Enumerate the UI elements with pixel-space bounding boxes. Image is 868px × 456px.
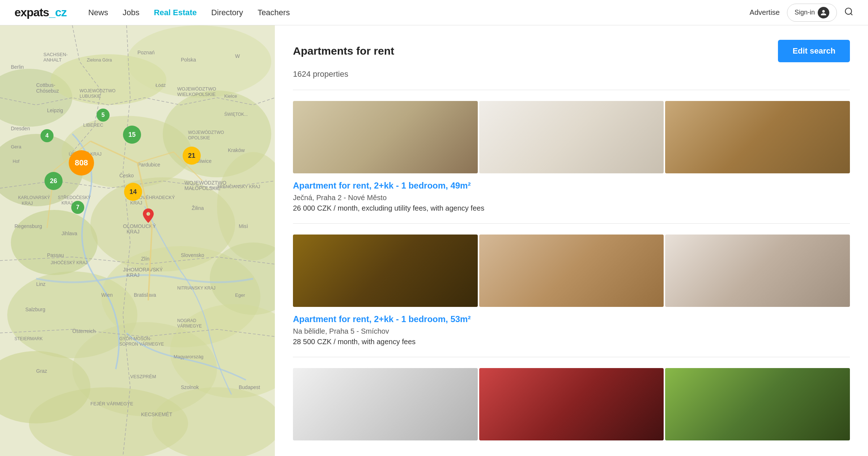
svg-text:KRAJ: KRAJ <box>61 200 73 206</box>
svg-text:W: W <box>235 53 240 59</box>
user-icon <box>818 7 829 18</box>
divider-2 <box>293 223 850 224</box>
logo[interactable]: expats_cz <box>14 6 67 19</box>
svg-text:OPOLSKIE: OPOLSKIE <box>188 135 210 140</box>
svg-text:STŘEDOČESKÝ: STŘEDOČESKÝ <box>58 195 91 200</box>
listing-image-1-2 <box>479 101 664 173</box>
svg-text:Žilina: Žilina <box>192 205 204 211</box>
main-nav: News Jobs Real Estate Directory Teachers <box>88 8 750 17</box>
svg-text:MAŁOPOLSKIE: MAŁOPOLSKIE <box>184 185 221 191</box>
listing-card-1: Apartment for rent, 2+kk - 1 bedroom, 49… <box>293 101 850 212</box>
listing-images-1 <box>293 101 850 173</box>
svg-point-9 <box>11 210 98 275</box>
svg-text:Gliwice: Gliwice <box>195 158 212 164</box>
svg-text:WIELKOPOLSKIE: WIELKOPOLSKIE <box>177 92 216 97</box>
listing-image-1-1 <box>293 101 478 173</box>
svg-text:KECSKEMÉT: KECSKEMÉT <box>141 411 173 417</box>
svg-text:VESZPRÉM: VESZPRÉM <box>130 374 156 379</box>
listing-location-2: Na bělidle, Praha 5 - Smíchov <box>293 327 850 335</box>
svg-text:Dresden: Dresden <box>11 126 30 131</box>
listing-title-1[interactable]: Apartment for rent, 2+kk - 1 bedroom, 49… <box>293 181 850 191</box>
listing-image-1-3 <box>665 101 850 173</box>
signin-button[interactable]: Sign-in <box>787 4 837 22</box>
nav-teachers[interactable]: Teachers <box>258 8 290 17</box>
nav-directory[interactable]: Directory <box>211 8 243 17</box>
svg-text:NOGRAD: NOGRAD <box>177 318 196 323</box>
nav-jobs[interactable]: Jobs <box>123 8 139 17</box>
svg-text:Passau: Passau <box>47 252 64 258</box>
listing-location-1: Ječná, Praha 2 - Nové Město <box>293 194 850 202</box>
logo-accent: _cz <box>49 6 67 19</box>
svg-text:Polska: Polska <box>181 57 196 63</box>
svg-text:KRAJ: KRAJ <box>22 201 33 206</box>
listing-title-2[interactable]: Apartment for rent, 2+kk - 1 bedroom, 53… <box>293 314 850 324</box>
advertise-link[interactable]: Advertise <box>750 8 780 17</box>
listings-header: Apartments for rent Edit search <box>293 40 850 62</box>
listing-price-1: 26 000 CZK / month, excluding utility fe… <box>293 204 850 212</box>
listing-image-2-3 <box>665 235 850 307</box>
listings-title: Apartments for rent <box>293 45 394 57</box>
svg-text:Łódź: Łódź <box>156 83 166 88</box>
header: expats_cz News Jobs Real Estate Director… <box>0 0 868 25</box>
svg-text:Magyarország: Magyarország <box>174 354 203 359</box>
svg-text:Salzburg: Salzburg <box>25 307 45 312</box>
svg-text:Česko: Česko <box>119 173 134 178</box>
svg-text:Chósebuz: Chósebuz <box>36 88 59 94</box>
svg-text:Bratislava: Bratislava <box>134 292 156 298</box>
listing-card-2: Apartment for rent, 2+kk - 1 bedroom, 53… <box>293 235 850 346</box>
svg-text:Eger: Eger <box>235 292 245 298</box>
listing-image-3-3 <box>665 368 850 440</box>
listing-images-3 <box>293 368 850 440</box>
svg-text:Österreich: Österreich <box>72 328 96 334</box>
nav-real-estate[interactable]: Real Estate <box>154 8 197 17</box>
svg-text:Gera: Gera <box>11 144 22 149</box>
svg-text:Hof: Hof <box>13 159 20 164</box>
svg-text:Slovensko: Slovensko <box>181 252 204 258</box>
svg-text:Wien: Wien <box>101 292 113 298</box>
divider-1 <box>293 90 850 90</box>
svg-text:WOJEWÓDZTWO: WOJEWÓDZTWO <box>177 86 216 92</box>
svg-text:Graz: Graz <box>36 368 47 374</box>
listing-image-3-2 <box>479 368 664 440</box>
listing-price-2: 28 500 CZK / month, with agency fees <box>293 338 850 346</box>
svg-text:KRÁLOVÉHRADECKÝ: KRÁLOVÉHRADECKÝ <box>127 195 175 200</box>
listing-card-3 <box>293 368 850 440</box>
svg-text:LIBEREC: LIBEREC <box>83 122 103 128</box>
listing-image-3-1 <box>293 368 478 440</box>
svg-text:WOJEWÓDZTWO: WOJEWÓDZTWO <box>80 88 115 93</box>
listing-images-2 <box>293 235 850 307</box>
svg-text:KRAJ: KRAJ <box>127 229 140 235</box>
svg-line-1 <box>851 13 852 15</box>
svg-text:Zlín: Zlín <box>141 256 149 262</box>
svg-text:Budapest: Budapest <box>239 384 260 390</box>
svg-text:KRAJ: KRAJ <box>127 272 140 278</box>
signin-label: Sign-in <box>795 9 815 16</box>
svg-text:GYŐR-MOSON-: GYŐR-MOSON- <box>119 336 152 341</box>
svg-text:LUBUSKIE: LUBUSKIE <box>80 94 101 99</box>
svg-text:Szolnok: Szolnok <box>181 384 199 390</box>
svg-text:NITRIANSKY KRAJ: NITRIANSKY KRAJ <box>177 286 216 291</box>
svg-text:Zielona Góra: Zielona Góra <box>87 58 112 63</box>
map-side[interactable]: Berlin SACHSEN- ANHALT Cottbus- Chósebuz… <box>0 25 275 456</box>
svg-text:TRENČIANSKY KRAJ: TRENČIANSKY KRAJ <box>217 184 260 189</box>
header-right: Advertise Sign-in <box>750 4 854 22</box>
search-button[interactable] <box>844 7 854 18</box>
nav-news[interactable]: News <box>88 8 108 17</box>
svg-text:KARLOVARSKÝ: KARLOVARSKÝ <box>18 195 50 200</box>
svg-text:STEIERMARK: STEIERMARK <box>14 336 43 341</box>
svg-text:ANHALT: ANHALT <box>43 57 61 63</box>
svg-text:SACHSEN-: SACHSEN- <box>43 52 68 57</box>
svg-text:SOPRON VÁRMEGYE: SOPRON VÁRMEGYE <box>119 341 164 347</box>
listings-side: Apartments for rent Edit search 1624 pro… <box>275 25 868 456</box>
svg-text:Kraków: Kraków <box>228 147 245 153</box>
svg-text:Berlin: Berlin <box>11 64 24 70</box>
svg-point-0 <box>845 8 851 14</box>
svg-text:WOJEWÓDZTWO: WOJEWÓDZTWO <box>188 130 224 135</box>
main-layout: Berlin SACHSEN- ANHALT Cottbus- Chósebuz… <box>0 25 868 456</box>
edit-search-button[interactable]: Edit search <box>778 40 850 62</box>
svg-text:Poznań: Poznań <box>137 50 154 55</box>
properties-count: 1624 properties <box>293 69 850 79</box>
svg-text:Regensburg: Regensburg <box>14 223 42 229</box>
svg-text:Jihlava: Jihlava <box>61 231 77 236</box>
listing-image-2-1 <box>293 235 478 307</box>
